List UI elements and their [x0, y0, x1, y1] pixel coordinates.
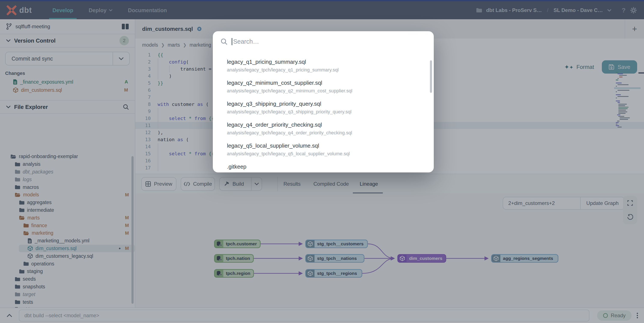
result-path: analysis/legacy_tpch/legacy_q2_minimum_c… [227, 88, 434, 94]
search-result-item[interactable]: legacy_q4_order_priority_checking.sqlana… [213, 118, 434, 139]
result-title: legacy_q4_order_priority_checking.sql [227, 121, 434, 128]
result-title: legacy_q1_pricing_summary.sql [227, 58, 434, 65]
search-input[interactable]: Search… [232, 38, 259, 45]
result-title: .gitkeep [227, 163, 434, 170]
result-path: analysis/legacy_tpch/legacy_q5_local_sup… [227, 151, 434, 157]
search-result-item[interactable]: legacy_q3_shipping_priority_query.sqlana… [213, 97, 434, 118]
search-icon [220, 38, 227, 45]
result-title: legacy_q3_shipping_priority_query.sql [227, 100, 434, 107]
result-path: analysis/legacy_tpch/legacy_q4_order_pri… [227, 130, 434, 136]
result-title: legacy_q5_local_supplier_volume.sql [227, 142, 434, 149]
search-result-item[interactable]: legacy_q1_pricing_summary.sqlanalysis/le… [213, 55, 434, 76]
modal-search-row[interactable]: Search… [213, 31, 434, 52]
result-title: legacy_q2_minimum_cost_supplier.sql [227, 79, 434, 86]
search-results-list: legacy_q1_pricing_summary.sqlanalysis/le… [213, 55, 434, 172]
search-result-item[interactable]: legacy_q5_local_supplier_volume.sqlanaly… [213, 139, 434, 160]
file-search-modal: Search… legacy_q1_pricing_summary.sqlana… [213, 31, 434, 172]
dbt-cloud-ide: dbt DevelopDeployDocumentation dbt Labs … [0, 0, 644, 323]
result-path: analysis/legacy_tpch/legacy_q3_shipping_… [227, 109, 434, 115]
result-path: analysis/legacy_tpch/legacy_q1_pricing_s… [227, 67, 434, 73]
search-result-item[interactable]: legacy_q2_minimum_cost_supplier.sqlanaly… [213, 76, 434, 97]
search-result-item[interactable]: .gitkeep [213, 160, 434, 172]
modal-scrollbar[interactable] [430, 60, 432, 93]
